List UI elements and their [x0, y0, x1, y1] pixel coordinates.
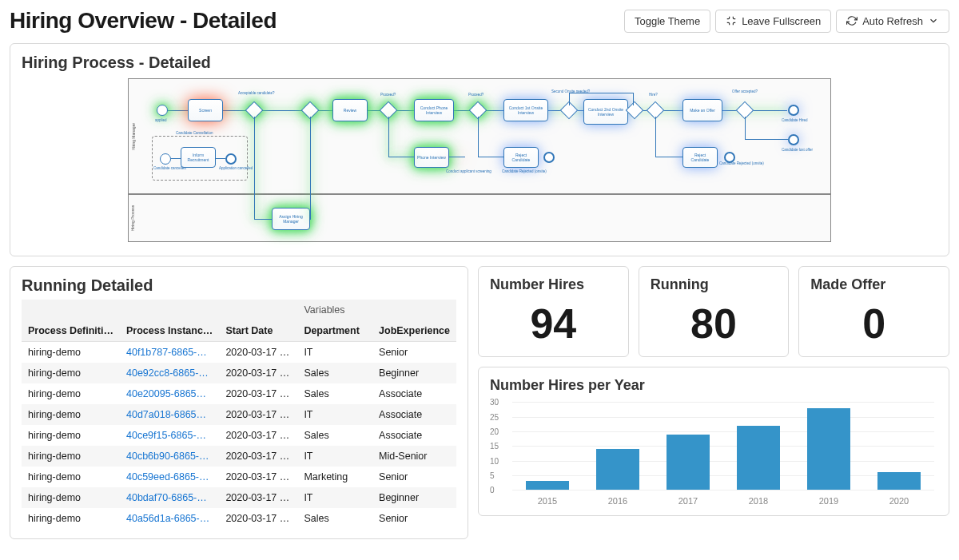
x-tick-label: 2018 — [723, 496, 794, 506]
column-header[interactable]: Process Instanc… — [120, 320, 219, 342]
table-group-header: Variables — [297, 300, 456, 320]
table-row[interactable]: hiring-demo40bdaf70-6865-…2020-03-17 10:… — [22, 487, 456, 508]
bpmn-task: Phone Interview — [414, 147, 449, 168]
cell-department: Sales — [297, 425, 372, 446]
bar-chart[interactable]: 051015202530 201520162017201820192020 — [490, 402, 937, 506]
y-tick-label: 25 — [490, 412, 499, 421]
cell-process-definition: hiring-demo — [22, 363, 120, 383]
bpmn-label: Proceed? — [380, 93, 396, 97]
chart-bar[interactable] — [667, 435, 710, 490]
bpmn-task: Reject Candidate — [682, 147, 718, 168]
cell-department: Sales — [297, 508, 372, 529]
cell-start-date: 2020-03-17 10:… — [219, 487, 297, 508]
column-header[interactable]: JobExperience — [372, 320, 456, 342]
header-actions: Toggle Theme Leave Fullscreen Auto Refre… — [624, 10, 949, 33]
auto-refresh-button[interactable]: Auto Refresh — [836, 10, 949, 33]
stat-value: 80 — [651, 301, 778, 347]
chart-bar[interactable] — [737, 426, 781, 490]
bpmn-task: Make an Offer — [682, 99, 722, 121]
cell-process-instance[interactable]: 40d7a018-6865… — [120, 404, 219, 425]
column-header[interactable]: Department — [297, 320, 372, 342]
cell-process-instance[interactable]: 40a56d1a-6865-… — [120, 508, 219, 529]
chart-bar[interactable] — [877, 472, 921, 490]
bpmn-label: Hire? — [649, 93, 658, 97]
chart-bar[interactable] — [807, 408, 851, 490]
toggle-theme-button[interactable]: Toggle Theme — [624, 10, 710, 33]
cell-start-date: 2020-03-17 15:… — [219, 363, 297, 383]
cell-process-instance[interactable]: 40ce9f15-6865-… — [120, 425, 219, 446]
cell-experience: Associate — [372, 425, 456, 446]
stat-offer-panel: Made Offer 0 — [798, 266, 949, 357]
chevron-down-icon — [928, 15, 939, 26]
end-event-icon — [225, 153, 237, 165]
table-row[interactable]: hiring-demo40d7a018-6865…2020-03-17 14:…… — [22, 404, 456, 425]
stat-title: Running — [651, 276, 778, 293]
cell-department: Sales — [297, 363, 372, 383]
cell-experience: Associate — [372, 404, 456, 425]
table-row[interactable]: hiring-demo40ce9f15-6865-…2020-03-17 13:… — [22, 425, 456, 446]
bpmn-task: Screen — [188, 99, 223, 121]
column-header[interactable]: Start Date — [219, 320, 297, 342]
cell-department: IT — [297, 487, 372, 508]
y-tick-label: 0 — [490, 486, 495, 494]
running-detailed-table: Variables Process Definiti… Process Inst… — [22, 300, 456, 529]
bpmn-label: applied — [155, 118, 167, 122]
bpmn-task: Review — [332, 99, 368, 121]
table-row[interactable]: hiring-demo40cb6b90-6865-…2020-03-17 12:… — [22, 446, 456, 467]
x-tick-label: 2015 — [512, 496, 583, 506]
process-diagram-panel: Hiring Process - Detailed Hiring Manager… — [10, 43, 949, 256]
x-tick-label: 2016 — [583, 496, 653, 506]
x-tick-label: 2019 — [794, 496, 864, 506]
chart-bar[interactable] — [596, 449, 640, 490]
cell-experience: Associate — [372, 383, 456, 404]
lane-label: Hiring Manager — [131, 122, 136, 149]
y-tick-label: 10 — [490, 456, 499, 465]
cell-process-definition: hiring-demo — [22, 446, 120, 467]
column-header[interactable]: Process Definiti… — [22, 320, 120, 342]
bpmn-task: Conduct 2nd Onsite Interview — [583, 99, 628, 125]
table-row[interactable]: hiring-demo40e92cc8-6865-…2020-03-17 15:… — [22, 363, 456, 383]
chart-bar[interactable] — [526, 481, 570, 490]
cell-start-date: 2020-03-17 14:… — [219, 383, 297, 404]
cell-process-instance[interactable]: 40c59eed-6865-… — [120, 467, 219, 487]
bpmn-label: Offer accepted? — [732, 89, 758, 93]
bpmn-label: Candidate lost offer — [782, 148, 813, 152]
start-event-icon — [160, 153, 171, 165]
bpmn-task: Conduct Phone Interview — [414, 99, 454, 121]
cell-process-instance[interactable]: 40cb6b90-6865-… — [120, 446, 219, 467]
cell-process-instance[interactable]: 40f1b787-6865-… — [120, 342, 219, 363]
bpmn-task: Inform Recruitment — [181, 147, 216, 168]
table-row[interactable]: hiring-demo40e20095-6865…2020-03-17 14:…… — [22, 383, 456, 404]
y-tick-label: 30 — [490, 398, 499, 407]
bpmn-diagram[interactable]: Hiring Manager Hiring Process applied Sc… — [128, 78, 831, 246]
bpmn-label: Application cancelled — [219, 166, 253, 170]
bpmn-label: Proceed? — [468, 93, 483, 97]
cell-process-instance[interactable]: 40e20095-6865… — [120, 383, 219, 404]
cell-process-definition: hiring-demo — [22, 467, 120, 487]
end-event-icon — [788, 134, 799, 145]
cell-start-date: 2020-03-17 13:… — [219, 425, 297, 446]
cell-process-instance[interactable]: 40e92cc8-6865-… — [120, 363, 219, 383]
leave-fullscreen-label: Leave Fullscreen — [742, 15, 821, 27]
y-tick-label: 20 — [490, 427, 499, 435]
process-panel-title: Hiring Process - Detailed — [22, 54, 937, 72]
cell-start-date: 2020-03-17 11:… — [219, 467, 297, 487]
cell-start-date: 2020-03-17 14:… — [219, 404, 297, 425]
end-event-icon — [788, 105, 799, 116]
cell-start-date: 2020-03-17 16:… — [219, 342, 297, 363]
stat-title: Made Offer — [810, 276, 937, 293]
table-row[interactable]: hiring-demo40c59eed-6865-…2020-03-17 11:… — [22, 467, 456, 487]
table-row[interactable]: hiring-demo40a56d1a-6865-…2020-03-17 10:… — [22, 508, 456, 529]
cell-department: Marketing — [297, 467, 372, 487]
cell-process-instance[interactable]: 40bdaf70-6865-… — [120, 487, 219, 508]
bpmn-label: Acceptable candidate? — [238, 91, 275, 95]
bpmn-task: Reject Candidate — [503, 147, 539, 168]
cell-experience: Mid-Senior — [372, 446, 456, 467]
bpmn-label: Candidate Cancellation — [176, 131, 213, 135]
table-row[interactable]: hiring-demo40f1b787-6865-…2020-03-17 16:… — [22, 342, 456, 363]
leave-fullscreen-button[interactable]: Leave Fullscreen — [715, 10, 831, 33]
toggle-theme-label: Toggle Theme — [635, 15, 700, 27]
cell-experience: Beginner — [372, 487, 456, 508]
cell-experience: Beginner — [372, 363, 456, 383]
stat-value: 0 — [810, 301, 937, 347]
